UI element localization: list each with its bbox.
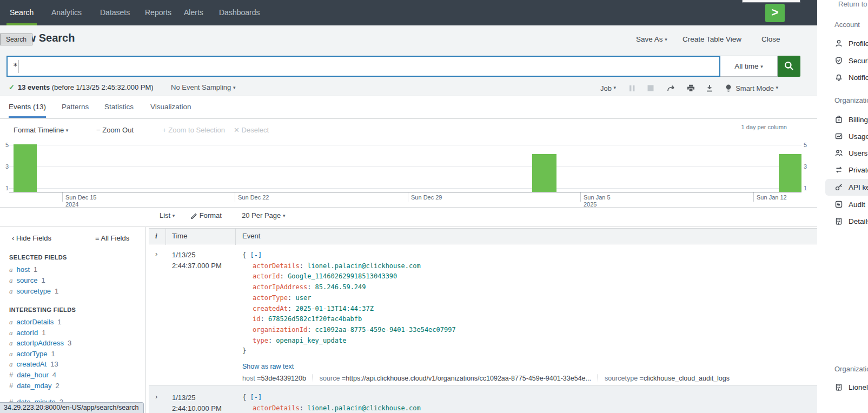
tab-patterns[interactable]: Patterns <box>62 103 89 116</box>
create-table-view-button[interactable]: Create Table View <box>683 35 741 43</box>
chevron-down-icon: ▾ <box>776 85 779 90</box>
y-axis-label: 1 <box>1 185 9 191</box>
job-menu[interactable]: Job ▾ <box>600 84 616 92</box>
timeline-bar-jan13[interactable] <box>779 154 801 192</box>
sidebar-item-details[interactable]: Details <box>834 216 868 227</box>
field-actorIpAddress[interactable]: aactorIpAddress3 <box>9 339 71 348</box>
bell-icon <box>834 73 843 82</box>
format-button[interactable]: Format <box>190 211 222 219</box>
field-date_mday[interactable]: #date_mday2 <box>9 382 59 390</box>
sidebar-item-users[interactable]: Users <box>834 148 867 158</box>
x-axis-label: Sun Jan 12 <box>757 194 787 201</box>
zoom-out-button[interactable]: − Zoom Out <box>96 126 134 134</box>
divider <box>313 374 313 382</box>
timeline-bar-jan3[interactable] <box>532 154 556 192</box>
x-axis-label: Sun Dec 152024 <box>65 194 96 208</box>
deselect-button[interactable]: ✕ Deselect <box>234 126 269 134</box>
results-tabs: Events (13) Patterns Statistics Visualiz… <box>0 96 817 119</box>
stop-button[interactable] <box>647 85 654 91</box>
y-axis-label: 3 <box>1 163 9 170</box>
sidebar-item-notifications[interactable]: Notifications <box>834 72 868 83</box>
nav-tab-datasets[interactable]: Datasets <box>100 0 130 25</box>
meta-host-value[interactable]: 53de4339120b <box>261 375 306 382</box>
save-as-button[interactable]: Save As ▾ <box>636 35 667 43</box>
timeline-bar-dec13[interactable] <box>14 144 37 192</box>
text-cursor <box>18 60 18 73</box>
audit-pulse-icon <box>834 200 843 209</box>
magnifier-icon <box>784 61 794 71</box>
field-createdAt[interactable]: acreatedAt13 <box>9 360 58 369</box>
chevron-down-icon: ▾ <box>283 213 286 218</box>
share-icon <box>667 84 676 92</box>
meta-sourcetype-value[interactable]: clickhouse_cloud_audit_logs <box>644 375 730 382</box>
sidebar-item-private-endpoints[interactable]: Private <box>834 164 868 175</box>
collapse-json-button[interactable]: [-] <box>250 251 262 259</box>
time-range-picker[interactable]: All time ▾ <box>720 56 778 77</box>
event-time: 1/13/252:44:10.000 PM <box>172 392 222 413</box>
building-icon <box>834 383 843 391</box>
y-axis-label: 5 <box>1 142 9 148</box>
search-submit-button[interactable] <box>778 56 800 77</box>
nav-tab-alerts[interactable]: Alerts <box>184 0 203 25</box>
meta-source-value[interactable]: https://api.clickhouse.cloud/v1/organiza… <box>346 375 591 382</box>
timeline-scale-note: 1 day per column <box>695 124 787 130</box>
list-icon: ≡ <box>95 234 100 242</box>
all-fields-button[interactable]: ≡ All Fields <box>95 234 129 242</box>
user-icon <box>834 39 843 48</box>
list-view-dropdown[interactable]: List ▾ <box>160 211 175 219</box>
field-actorId[interactable]: aactorId1 <box>9 329 45 337</box>
field-source[interactable]: asource1 <box>9 276 45 285</box>
expand-event-chevron[interactable]: › <box>155 250 157 258</box>
tab-statistics[interactable]: Statistics <box>104 103 134 116</box>
search-query-input[interactable]: * <box>6 56 720 77</box>
x-axis-label: Sun Dec 29 <box>411 194 442 201</box>
collapse-json-button[interactable]: [-] <box>250 394 262 401</box>
sidebar-item-security[interactable]: Security <box>834 55 868 66</box>
sidebar-item-profile[interactable]: Profile <box>834 38 868 49</box>
field-host[interactable]: ahost1 <box>9 265 37 274</box>
sidebar-item-usage[interactable]: Usage <box>834 131 868 142</box>
organization-section-header: Organization <box>834 365 868 373</box>
billing-icon <box>834 115 843 124</box>
event-sampling-dropdown[interactable]: No Event Sampling ▾ <box>171 83 235 91</box>
x-axis-label: Sun Jan 52025 <box>584 194 611 208</box>
per-page-dropdown[interactable]: 20 Per Page ▾ <box>242 211 285 219</box>
show-raw-text-link[interactable]: Show as raw text <box>242 363 294 370</box>
field-sourcetype[interactable]: asourcetype1 <box>9 287 58 296</box>
json-field: createdAt: 2025-01-13T14:44:37Z <box>253 305 374 312</box>
events-table-header: i Time Event <box>149 228 817 244</box>
print-button[interactable] <box>687 84 695 92</box>
nav-tab-dashboards[interactable]: Dashboards <box>219 0 260 25</box>
field-actorDetails[interactable]: aactorDetails1 <box>9 318 61 327</box>
sidebar-item-api-keys[interactable]: API keys <box>834 182 868 192</box>
popup-edge-artifact <box>742 0 800 3</box>
hide-fields-button[interactable]: ‹ Hide Fields <box>12 234 51 242</box>
sidebar-item-audit[interactable]: Audit <box>834 199 865 210</box>
share-button[interactable] <box>667 84 676 92</box>
format-timeline-dropdown[interactable]: Format Timeline ▾ <box>14 126 68 134</box>
field-date_hour[interactable]: #date_hour4 <box>9 371 56 379</box>
json-field: actorDetails: lionel.palacin@clickhouse.… <box>253 262 421 270</box>
splunk-logo-icon[interactable]: > <box>765 4 785 22</box>
selected-fields-header: SELECTED FIELDS <box>9 254 67 261</box>
chevron-down-icon: ▾ <box>614 85 617 90</box>
chevron-down-icon: ▾ <box>760 64 763 69</box>
sidebar-item-billing[interactable]: Billing <box>834 114 868 125</box>
nav-tab-search[interactable]: Search <box>10 0 34 25</box>
sidebar-item-organization[interactable]: Lionel <box>834 382 868 392</box>
export-button[interactable] <box>706 84 713 92</box>
divider <box>0 207 817 208</box>
return-link[interactable]: Return to <box>838 0 867 8</box>
pause-button[interactable] <box>629 85 635 92</box>
event-timeline-chart <box>9 142 801 192</box>
close-button[interactable]: Close <box>761 35 780 43</box>
pause-icon <box>629 85 635 92</box>
field-actorType[interactable]: aactorType1 <box>9 350 55 358</box>
nav-tab-reports[interactable]: Reports <box>145 0 171 25</box>
zoom-to-selection-button[interactable]: + Zoom to Selection <box>162 126 225 134</box>
search-mode-selector[interactable]: Smart Mode ▾ <box>725 84 778 92</box>
nav-tab-analytics[interactable]: Analytics <box>51 0 82 25</box>
tab-visualization[interactable]: Visualization <box>150 103 191 116</box>
tab-events[interactable]: Events (13) <box>9 103 46 118</box>
expand-event-chevron[interactable]: › <box>155 392 157 401</box>
